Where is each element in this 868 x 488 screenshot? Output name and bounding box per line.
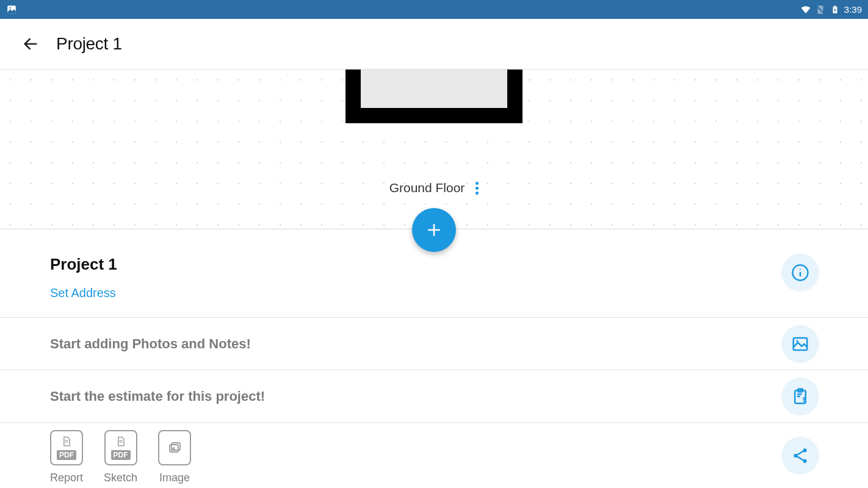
estimate-prompt: Start the estimate for this project! <box>50 389 818 404</box>
gallery-notification-icon <box>6 4 17 15</box>
status-time: 3:39 <box>844 4 862 15</box>
photos-notes-prompt: Start adding Photos and Notes! <box>50 336 818 352</box>
svg-point-10 <box>796 340 798 342</box>
svg-line-27 <box>797 456 803 460</box>
more-vertical-icon <box>476 182 479 185</box>
export-image-button[interactable]: Image <box>158 430 191 484</box>
document-icon <box>60 436 73 448</box>
export-sketch-label: Sketch <box>104 472 137 484</box>
project-name: Project 1 <box>50 255 818 274</box>
image-icon <box>791 335 809 353</box>
pdf-badge: PDF <box>111 450 131 460</box>
add-floor-fab[interactable] <box>412 208 456 252</box>
status-bar: 3:39 <box>0 0 868 19</box>
app-bar-title: Project 1 <box>56 34 122 54</box>
floor-sketch-thumbnail[interactable] <box>345 70 523 123</box>
export-report-button[interactable]: PDF Report <box>50 430 83 484</box>
export-sketch-button[interactable]: PDF Sketch <box>104 430 137 484</box>
clipboard-dollar-icon: $ <box>791 387 809 406</box>
app-bar: Project 1 <box>0 19 868 70</box>
images-icon <box>167 440 182 455</box>
estimate-button[interactable]: $ <box>781 378 819 415</box>
svg-rect-5 <box>834 5 836 7</box>
arrow-left-icon <box>22 35 39 52</box>
export-row: PDF Report PDF Sketch Image <box>0 423 868 488</box>
pdf-badge: PDF <box>57 450 76 460</box>
plus-icon <box>426 222 442 238</box>
estimate-row[interactable]: Start the estimate for this project! $ <box>0 370 868 423</box>
project-detail-panel: Project 1 Set Address Start adding Photo… <box>0 229 868 488</box>
svg-point-8 <box>800 268 801 270</box>
info-icon <box>791 264 809 282</box>
set-address-link[interactable]: Set Address <box>50 286 818 300</box>
svg-point-1 <box>10 7 11 8</box>
share-button[interactable] <box>781 437 819 475</box>
no-sim-icon <box>815 4 826 15</box>
photos-notes-row[interactable]: Start adding Photos and Notes! <box>0 318 868 370</box>
svg-line-26 <box>797 451 803 455</box>
export-image-label: Image <box>159 472 190 484</box>
document-icon <box>115 436 127 448</box>
floor-plan-canvas[interactable]: Ground Floor <box>0 70 868 229</box>
export-report-label: Report <box>50 472 83 484</box>
svg-text:$: $ <box>803 396 806 403</box>
share-icon <box>791 447 809 465</box>
battery-charging-icon <box>830 4 841 15</box>
project-info-button[interactable] <box>781 254 819 292</box>
floor-label: Ground Floor <box>389 181 465 195</box>
photos-notes-button[interactable] <box>781 325 819 363</box>
floor-options-button[interactable] <box>476 182 479 195</box>
back-button[interactable] <box>22 35 39 52</box>
wifi-icon <box>800 4 811 15</box>
